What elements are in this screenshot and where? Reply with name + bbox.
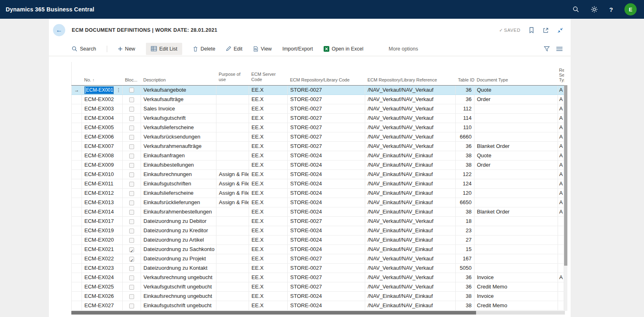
cell-server-code[interactable]: EE.X <box>249 132 288 142</box>
cell-document-type[interactable]: Credit Memo <box>474 282 558 292</box>
cell-no[interactable]: ECM-EX017 <box>82 217 123 226</box>
cell-server-code[interactable]: EE.X <box>249 189 288 198</box>
cell-repo-reference[interactable]: /NAV_Verkauf/NAV_Verkauf <box>365 142 456 151</box>
cell-report-selection[interactable]: A <box>558 85 564 95</box>
cell-repo-code[interactable]: STORE-0024 <box>288 292 365 301</box>
cell-document-type[interactable]: Invoice <box>474 292 558 301</box>
column-header-no[interactable]: No. ↑ <box>82 62 123 85</box>
table-row[interactable]: ECM-EX006 Verkaufsrücksendungen EE.X STO… <box>72 132 564 142</box>
cell-description[interactable]: Dateizuordnung zu Kreditor <box>141 226 216 236</box>
cell-document-type[interactable] <box>474 170 558 179</box>
cell-repo-code[interactable]: STORE-0027 <box>288 217 365 226</box>
cell-table-id[interactable]: 6650 <box>456 198 474 207</box>
cell-repo-reference[interactable]: /NAV_Einkauf/NAV_Einkauf <box>365 151 456 161</box>
vertical-scrollbar[interactable] <box>564 85 567 311</box>
cell-server-code[interactable]: EE.X <box>249 85 288 95</box>
blocked-checkbox[interactable] <box>129 135 134 140</box>
cell-description[interactable]: Verkaufsrechnung ungebucht <box>141 273 216 282</box>
cell-document-type[interactable] <box>474 104 558 114</box>
cell-document-type[interactable] <box>474 189 558 198</box>
blocked-checkbox[interactable] <box>129 125 134 130</box>
toolbar-edit-list[interactable]: Edit List <box>146 43 182 55</box>
cell-repo-reference[interactable]: /NAV_Verkauf/NAV_Verkauf <box>365 104 456 114</box>
toolbar-search[interactable]: Search <box>72 46 96 52</box>
cell-repo-reference[interactable]: /NAV_Einkauf/NAV_Einkauf <box>365 207 456 217</box>
table-row[interactable]: ECM-EX004 Verkaufsgutschrift EE.X STORE-… <box>72 114 564 123</box>
cell-description[interactable]: Dateizuordnung zu Debitor <box>141 217 216 226</box>
cell-document-type[interactable] <box>474 123 558 132</box>
toolbar-open-in-excel[interactable]: Open in Excel <box>324 46 364 52</box>
cell-repo-reference[interactable]: /NAV_Verkauf/NAV_Verkauf <box>365 264 456 273</box>
cell-server-code[interactable]: EE.X <box>249 273 288 282</box>
cell-server-code[interactable]: EE.X <box>249 301 288 310</box>
cell-description[interactable]: Sales Invoice <box>141 104 216 114</box>
table-row[interactable]: ECM-EX017 Dateizuordnung zu Debitor EE.X… <box>72 217 564 226</box>
cell-server-code[interactable]: EE.X <box>249 170 288 179</box>
cell-repo-code[interactable]: STORE-0027 <box>288 123 365 132</box>
cell-report-selection[interactable]: A <box>558 151 564 161</box>
cell-repo-code[interactable]: STORE-0024 <box>288 301 365 310</box>
cell-server-code[interactable]: EE.X <box>249 95 288 104</box>
cell-report-selection[interactable]: A <box>558 179 564 189</box>
cell-purpose[interactable] <box>216 142 249 151</box>
cell-repo-code[interactable]: STORE-0027 <box>288 132 365 142</box>
cell-repo-code[interactable]: STORE-0024 <box>288 198 365 207</box>
blocked-checkbox[interactable] <box>129 219 134 224</box>
column-header-server-code[interactable]: ECM Server Code <box>249 62 288 85</box>
cell-table-id[interactable]: 38 <box>456 151 474 161</box>
cell-report-selection[interactable] <box>558 301 564 310</box>
cell-report-selection[interactable]: A <box>558 132 564 142</box>
column-header-description[interactable]: Description <box>141 62 216 85</box>
vertical-scrollbar-thumb[interactable] <box>564 85 567 266</box>
column-header-purpose[interactable]: Purpose of use <box>216 62 249 85</box>
cell-repo-reference[interactable]: /NAV_Einkauf/NAV_Einkauf <box>365 236 456 245</box>
cell-table-id[interactable]: 124 <box>456 179 474 189</box>
cell-server-code[interactable]: EE.X <box>249 151 288 161</box>
cell-document-type[interactable]: Order <box>474 161 558 170</box>
cell-description[interactable]: Einkaufsgutschriften <box>141 179 216 189</box>
cell-document-type[interactable] <box>474 114 558 123</box>
cell-repo-code[interactable]: STORE-0024 <box>288 151 365 161</box>
cell-report-selection[interactable]: A <box>558 142 564 151</box>
focus-mode-icon[interactable] <box>557 27 563 33</box>
blocked-checkbox[interactable] <box>129 285 134 290</box>
cell-document-type[interactable] <box>474 254 558 264</box>
cell-report-selection[interactable]: A <box>558 114 564 123</box>
cell-table-id[interactable]: 38 <box>456 161 474 170</box>
table-row[interactable]: ECM-EX003 Sales Invoice EE.X STORE-0027 … <box>72 104 564 114</box>
cell-server-code[interactable]: EE.X <box>249 104 288 114</box>
cell-document-type[interactable] <box>474 226 558 236</box>
cell-document-type[interactable] <box>474 198 558 207</box>
cell-purpose[interactable]: Assign & File <box>216 189 249 198</box>
cell-repo-reference[interactable]: /NAV_Verkauf/NAV_Verkauf <box>365 114 456 123</box>
cell-no[interactable]: ECM-EX003 <box>82 104 123 114</box>
cell-repo-reference[interactable]: /NAV_Einkauf/NAV_Einkauf <box>365 179 456 189</box>
cell-no[interactable]: ECM-EX022 <box>82 254 123 264</box>
cell-description[interactable]: Einkaufsgutschrift ungebucht <box>141 301 216 310</box>
cell-table-id[interactable]: 27 <box>456 236 474 245</box>
cell-document-type[interactable]: Quote <box>474 151 558 161</box>
cell-description[interactable]: Verkaufsaufträge <box>141 95 216 104</box>
cell-repo-reference[interactable]: /NAV_Verkauf/NAV_Verkauf <box>365 282 456 292</box>
cell-table-id[interactable]: 36 <box>456 282 474 292</box>
cell-server-code[interactable]: EE.X <box>249 161 288 170</box>
cell-report-selection[interactable]: A <box>558 161 564 170</box>
cell-report-selection[interactable]: A <box>558 189 564 198</box>
cell-purpose[interactable] <box>216 245 249 254</box>
toolbar-import-export[interactable]: Import/Export <box>282 46 313 52</box>
cell-purpose[interactable] <box>216 95 249 104</box>
cell-description[interactable]: Dateizuordnung zu Artikel <box>141 236 216 245</box>
cell-description[interactable]: Verkaufsgutschrift <box>141 114 216 123</box>
table-row[interactable]: ECM-EX019 Dateizuordnung zu Kreditor EE.… <box>72 226 564 236</box>
cell-server-code[interactable]: EE.X <box>249 245 288 254</box>
cell-no[interactable]: ECM-EX011 <box>82 179 123 189</box>
cell-server-code[interactable]: EE.X <box>249 198 288 207</box>
cell-repo-code[interactable]: STORE-0024 <box>288 161 365 170</box>
cell-report-selection[interactable] <box>558 292 564 301</box>
cell-no[interactable]: ECM-EX012 <box>82 189 123 198</box>
cell-purpose[interactable]: Assign & File <box>216 198 249 207</box>
blocked-checkbox[interactable] <box>129 182 134 187</box>
horizontal-scrollbar[interactable] <box>71 311 565 315</box>
table-row[interactable]: ECM-EX023 Dateizuordnung zu Kontakt EE.X… <box>72 264 564 273</box>
cell-server-code[interactable]: EE.X <box>249 236 288 245</box>
